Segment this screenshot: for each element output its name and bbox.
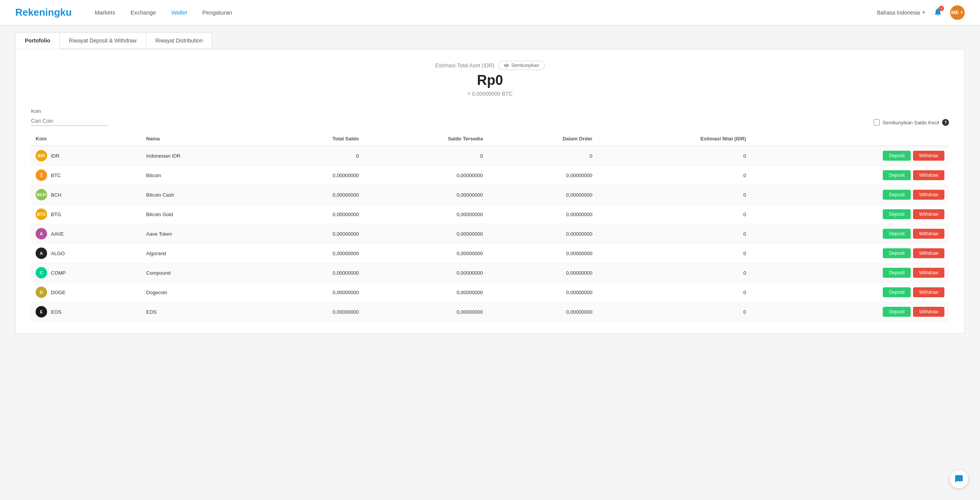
- cell-estimasi: 0: [597, 283, 751, 302]
- withdraw-button[interactable]: Withdraw: [913, 151, 944, 161]
- cell-symbol: A ALGO: [31, 244, 142, 263]
- cell-estimasi: 0: [597, 146, 751, 166]
- cell-name: Dogecoin: [142, 283, 264, 302]
- cell-actions: Deposit Withdraw: [751, 205, 949, 224]
- cell-symbol: E EOS: [31, 302, 142, 322]
- logo: Rekeningku: [15, 7, 72, 18]
- language-selector[interactable]: Bahasa Indonesia ▼: [877, 10, 926, 16]
- coin-icon: A: [36, 228, 47, 239]
- deposit-button[interactable]: Deposit: [883, 190, 911, 200]
- deposit-button[interactable]: Deposit: [883, 287, 911, 297]
- sembunyikan-button[interactable]: Sembunyikan: [498, 61, 545, 70]
- coin-icon: E: [36, 306, 47, 318]
- cell-symbol: BTG BTG: [31, 205, 142, 224]
- search-section: Koin Sembunyikan Saldo Kecil ?: [31, 108, 949, 126]
- cell-estimasi: 0: [597, 205, 751, 224]
- deposit-button[interactable]: Deposit: [883, 209, 911, 219]
- deposit-button[interactable]: Deposit: [883, 229, 911, 239]
- cell-symbol: D DOGE: [31, 283, 142, 302]
- table-row: BTG BTG Bitcoin Gold 0,00000000 0,000000…: [31, 205, 949, 224]
- withdraw-button[interactable]: Withdraw: [913, 209, 944, 219]
- table-row: D DOGE Dogecoin 0,00000000 0,00000000 0,…: [31, 283, 949, 302]
- cell-name: Bitcoin: [142, 166, 264, 185]
- tab-riwayat-distribution[interactable]: Riwayat Distribution: [146, 33, 212, 49]
- cell-actions: Deposit Withdraw: [751, 283, 949, 302]
- cell-estimasi: 0: [597, 185, 751, 205]
- deposit-button[interactable]: Deposit: [883, 307, 911, 317]
- th-total-saldo: Total Saldo: [263, 132, 363, 146]
- coin-symbol: BTC: [51, 173, 61, 178]
- tab-riwayat-deposit[interactable]: Riwayat Deposit & Withdraw: [59, 33, 146, 49]
- withdraw-button[interactable]: Withdraw: [913, 268, 944, 278]
- notification-bell[interactable]: 1: [933, 7, 942, 18]
- coin-symbol: DOGE: [51, 290, 65, 295]
- tab-portofolio[interactable]: Portofolio: [15, 33, 60, 49]
- deposit-button[interactable]: Deposit: [883, 268, 911, 278]
- cell-estimasi: 0: [597, 224, 751, 244]
- content-panel: Estimasi Total Aset (IDR) Sembunyikan Rp…: [15, 49, 965, 334]
- cell-order: 0,00000000: [487, 263, 597, 283]
- table-row: E EOS EOS 0,00000000 0,00000000 0,000000…: [31, 302, 949, 322]
- th-saldo-tersedia: Saldo Tersedia: [363, 132, 487, 146]
- withdraw-button[interactable]: Withdraw: [913, 248, 944, 258]
- help-icon[interactable]: ?: [942, 119, 949, 126]
- hide-small-balance-row: Sembunyikan Saldo Kecil ?: [874, 119, 949, 126]
- cell-total: 0,00000000: [263, 205, 363, 224]
- search-input[interactable]: [31, 116, 108, 126]
- cell-symbol: C COMP: [31, 263, 142, 283]
- table-row: IDR IDR Indonesian IDR 0 0 0 0 Deposit W…: [31, 146, 949, 166]
- coin-symbol: ALGO: [51, 251, 65, 256]
- header-right: Bahasa Indonesia ▼ 1 ME ▼: [877, 5, 965, 20]
- withdraw-button[interactable]: Withdraw: [913, 229, 944, 239]
- cell-order: 0,00000000: [487, 224, 597, 244]
- cell-tersedia: 0,00000000: [363, 185, 487, 205]
- deposit-button[interactable]: Deposit: [883, 248, 911, 258]
- table-row: BCH BCH Bitcoin Cash 0,00000000 0,000000…: [31, 185, 949, 205]
- nav-exchange[interactable]: Exchange: [131, 9, 156, 16]
- cell-actions: Deposit Withdraw: [751, 244, 949, 263]
- coin-icon: ₿: [36, 169, 47, 181]
- avatar[interactable]: ME ▼: [950, 5, 965, 20]
- table-row: A ALGO Algorand 0,00000000 0,00000000 0,…: [31, 244, 949, 263]
- cell-tersedia: 0,00000000: [363, 166, 487, 185]
- cell-name: Compound: [142, 263, 264, 283]
- header: Rekeningku Markets Exchange Wallet Penga…: [0, 0, 980, 25]
- cell-actions: Deposit Withdraw: [751, 166, 949, 185]
- nav-pengaturan[interactable]: Pengaturan: [203, 9, 232, 16]
- cell-symbol: A AAVE: [31, 224, 142, 244]
- cell-tersedia: 0: [363, 146, 487, 166]
- cell-tersedia: 0,00000000: [363, 244, 487, 263]
- cell-tersedia: 0,00000000: [363, 205, 487, 224]
- cell-tersedia: 0,00000000: [363, 283, 487, 302]
- withdraw-button[interactable]: Withdraw: [913, 170, 944, 180]
- cell-name: Algorand: [142, 244, 264, 263]
- cell-name: EOS: [142, 302, 264, 322]
- cell-total: 0,00000000: [263, 263, 363, 283]
- withdraw-button[interactable]: Withdraw: [913, 307, 944, 317]
- deposit-button[interactable]: Deposit: [883, 151, 911, 161]
- cell-total: 0,00000000: [263, 185, 363, 205]
- nav-wallet[interactable]: Wallet: [171, 9, 187, 16]
- withdraw-button[interactable]: Withdraw: [913, 190, 944, 200]
- tab-bar: Portofolio Riwayat Deposit & Withdraw Ri…: [15, 33, 965, 49]
- notification-badge: 1: [939, 6, 944, 11]
- search-label: Koin: [31, 108, 108, 114]
- cell-order: 0,00000000: [487, 244, 597, 263]
- nav-markets[interactable]: Markets: [95, 9, 115, 16]
- deposit-button[interactable]: Deposit: [883, 170, 911, 180]
- withdraw-button[interactable]: Withdraw: [913, 287, 944, 297]
- cell-actions: Deposit Withdraw: [751, 302, 949, 322]
- cell-total: 0,00000000: [263, 302, 363, 322]
- cell-symbol: BCH BCH: [31, 185, 142, 205]
- estimasi-value: Rp0: [31, 72, 949, 88]
- hide-small-balance-checkbox[interactable]: [874, 119, 880, 125]
- coin-symbol: COMP: [51, 270, 66, 276]
- cell-total: 0,00000000: [263, 244, 363, 263]
- cell-order: 0,00000000: [487, 205, 597, 224]
- coin-icon: BTG: [36, 208, 47, 220]
- coin-symbol: BTG: [51, 212, 61, 217]
- cell-total: 0,00000000: [263, 224, 363, 244]
- coin-symbol: IDR: [51, 153, 59, 159]
- coin-icon: BCH: [36, 189, 47, 200]
- th-koin: Koin: [31, 132, 142, 146]
